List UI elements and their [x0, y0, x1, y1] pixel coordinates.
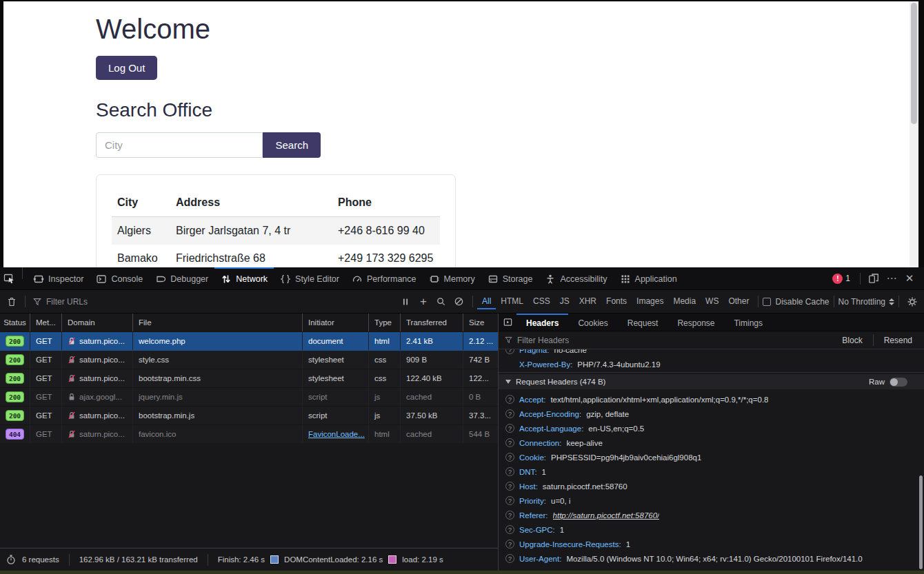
error-count[interactable]: 1: [845, 274, 850, 283]
raw-toggle-switch[interactable]: [890, 378, 907, 387]
help-icon[interactable]: ?: [505, 540, 514, 549]
disable-cache-checkbox[interactable]: [763, 298, 771, 306]
request-row-style-css[interactable]: 200 GET saturn.pico... style.css stylesh…: [0, 350, 498, 369]
header-name[interactable]: Connection: [519, 439, 561, 447]
disable-cache-control[interactable]: Disable Cache: [763, 297, 829, 307]
header-name[interactable]: Accept: [519, 396, 545, 404]
help-icon[interactable]: ?: [505, 395, 514, 404]
tab-style-editor[interactable]: Style Editor: [274, 267, 345, 289]
filter-images[interactable]: Images: [632, 294, 668, 309]
search-requests-button[interactable]: [432, 296, 450, 307]
tab-application[interactable]: Application: [614, 267, 683, 289]
search-button[interactable]: Search: [263, 132, 321, 158]
page-scrollbar-thumb[interactable]: [911, 3, 917, 124]
column-size[interactable]: Size: [463, 314, 499, 331]
header-name[interactable]: Cookie: [519, 453, 546, 462]
tab-response[interactable]: Response: [667, 314, 724, 331]
tab-inspector[interactable]: Inspector: [27, 267, 90, 289]
header-name[interactable]: Pragma: [519, 349, 549, 354]
header-name[interactable]: Host: [519, 482, 538, 491]
header-name[interactable]: Accept-Language: [519, 424, 583, 433]
stopwatch-icon[interactable]: [6, 554, 17, 565]
meatball-menu-button[interactable]: ⋯: [883, 272, 901, 285]
header-name[interactable]: Accept-Encoding: [519, 410, 581, 418]
filter-urls-input[interactable]: [46, 297, 396, 307]
header-name[interactable]: User-Agent: [519, 555, 561, 563]
filter-css[interactable]: CSS: [528, 294, 555, 309]
resend-button[interactable]: Resend: [878, 336, 918, 345]
request-row-jquery[interactable]: 200 GET ajax.googl... jquery.min.js scri…: [0, 387, 498, 406]
help-icon[interactable]: ?: [505, 424, 514, 433]
header-name[interactable]: Sec-GPC: [519, 526, 555, 534]
tab-network[interactable]: Network: [214, 267, 274, 289]
tab-performance[interactable]: Performance: [345, 267, 423, 289]
throttling-select[interactable]: No Throttling: [838, 297, 894, 307]
block-request-button[interactable]: [450, 296, 468, 307]
tab-console[interactable]: Console: [90, 267, 149, 289]
column-type[interactable]: Type: [369, 314, 401, 331]
filter-media[interactable]: Media: [668, 294, 701, 309]
column-transferred[interactable]: Transferred: [401, 314, 463, 331]
details-scrollbar-thumb[interactable]: [919, 475, 923, 569]
column-status[interactable]: Status: [0, 314, 30, 331]
tab-storage[interactable]: Storage: [481, 267, 539, 289]
help-icon[interactable]: ?: [505, 438, 514, 447]
tab-cookies[interactable]: Cookies: [568, 314, 617, 331]
clear-requests-button[interactable]: [3, 296, 21, 307]
column-initiator[interactable]: Initiator: [303, 314, 369, 331]
column-domain[interactable]: Domain: [62, 314, 133, 331]
help-icon[interactable]: ?: [505, 482, 514, 491]
help-icon[interactable]: ?: [505, 349, 514, 354]
block-button[interactable]: Block: [836, 336, 868, 345]
headers-scroll-area[interactable]: ? Pragma no-cache X-Powered-By PHP/7.4.3…: [499, 349, 924, 571]
header-name[interactable]: Priority: [519, 497, 546, 505]
help-icon[interactable]: ?: [505, 554, 514, 563]
request-size: 37.3...: [463, 407, 499, 424]
header-name[interactable]: DNT: [519, 468, 537, 476]
help-icon[interactable]: ?: [505, 467, 514, 476]
city-input[interactable]: [96, 132, 263, 158]
request-row-favicon[interactable]: 404 GET saturn.pico... favicon.ico Favic…: [0, 424, 498, 443]
tab-debugger[interactable]: Debugger: [149, 267, 214, 289]
tab-request[interactable]: Request: [618, 314, 668, 331]
column-method[interactable]: Met...: [30, 314, 62, 331]
logout-button[interactable]: Log Out: [96, 56, 157, 80]
close-devtools-button[interactable]: ✕: [901, 272, 918, 285]
help-icon[interactable]: ?: [505, 453, 514, 462]
tab-timings[interactable]: Timings: [724, 314, 772, 331]
request-row-bootstrap-css[interactable]: 200 GET saturn.pico... bootstrap.min.css…: [0, 369, 498, 387]
column-file[interactable]: File: [133, 314, 303, 331]
tab-headers[interactable]: Headers: [516, 314, 568, 331]
filter-xhr[interactable]: XHR: [574, 294, 601, 309]
request-headers-section-toggle[interactable]: Request Headers (474 B) Raw: [499, 374, 924, 389]
header-name[interactable]: Upgrade-Insecure-Requests: [519, 540, 621, 549]
tab-accessibility[interactable]: Accessibility: [539, 267, 613, 289]
request-row-bootstrap-js[interactable]: 200 GET saturn.pico... bootstrap.min.js …: [0, 406, 498, 424]
help-icon[interactable]: ?: [505, 525, 514, 534]
filter-all[interactable]: All: [477, 294, 496, 309]
error-badge-icon[interactable]: !: [832, 274, 843, 284]
tab-memory[interactable]: Memory: [423, 267, 481, 289]
request-row-welcome[interactable]: 200 GET saturn.pico... welcome.php docum…: [0, 331, 498, 350]
help-icon[interactable]: ?: [505, 511, 514, 520]
filter-ws[interactable]: WS: [701, 294, 723, 309]
referer-link[interactable]: http://saturn.picoctf.net:58760/: [553, 511, 660, 520]
header-name[interactable]: X-Powered-By: [519, 360, 572, 369]
header-value: no-cache: [554, 349, 586, 354]
help-icon[interactable]: ?: [505, 409, 514, 418]
filter-html[interactable]: HTML: [496, 294, 528, 309]
split-panel-button[interactable]: [499, 314, 516, 331]
network-settings-button[interactable]: [903, 296, 921, 307]
initiator-link[interactable]: FaviconLoade...: [308, 430, 365, 438]
help-icon[interactable]: ?: [505, 496, 514, 505]
filter-js[interactable]: JS: [555, 294, 574, 309]
responsive-design-mode-button[interactable]: [865, 273, 883, 284]
filter-other[interactable]: Other: [723, 294, 754, 309]
add-request-button[interactable]: +: [414, 295, 432, 309]
offices-col-phone: Phone: [332, 189, 440, 217]
pause-traffic-button[interactable]: [396, 297, 414, 307]
header-name[interactable]: Referer: [519, 511, 548, 520]
filter-headers-input[interactable]: [517, 336, 836, 345]
filter-fonts[interactable]: Fonts: [601, 294, 632, 309]
pick-element-button[interactable]: [0, 267, 18, 289]
